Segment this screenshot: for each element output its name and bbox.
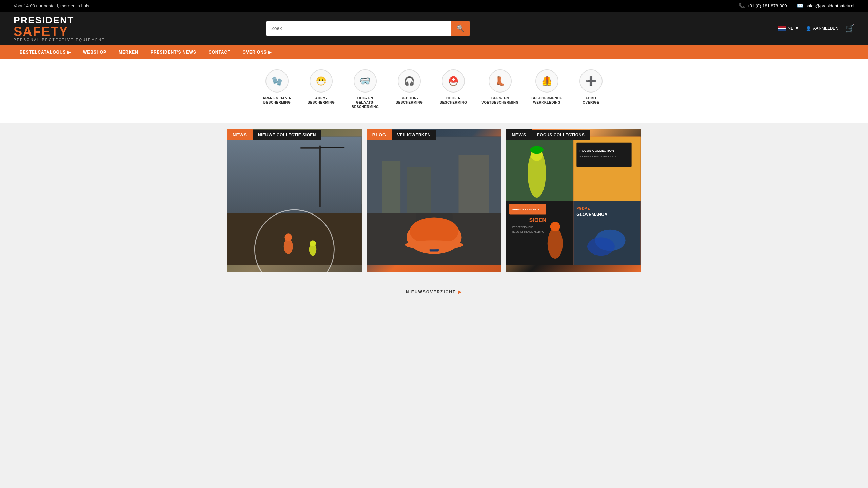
nav-item-bestelcatalogus[interactable]: BESTELCATALOGUS ▶ — [14, 45, 77, 59]
svg-rect-4 — [319, 146, 320, 207]
svg-text:BESCHERMENDE KLEDING: BESCHERMENDE KLEDING — [512, 230, 545, 233]
login-button[interactable]: 👤 AANMELDEN — [806, 26, 839, 31]
svg-point-24 — [405, 240, 463, 249]
hoofd-label: HOOFD-BESCHERMING — [440, 96, 467, 105]
news-card-helmet-image — [367, 129, 501, 272]
arm-hand-label: ARM- EN HAND-BESCHERMING — [263, 96, 291, 105]
news-overview-arrow: ▶ — [458, 290, 462, 294]
svg-point-29 — [530, 146, 544, 154]
ehbo-label: EHBOOVERIGE — [583, 96, 599, 105]
news-badge-1: NEWS — [227, 129, 253, 140]
news-grid: NEWS NIEUWE COLLECTIE SIOEN — [214, 123, 654, 282]
phone-icon: 📞 — [738, 3, 745, 9]
svg-rect-3 — [227, 213, 362, 265]
news-card-sioen-overlay: NEWS NIEUWE COLLECTIE SIOEN — [227, 129, 321, 140]
nl-flag — [778, 26, 786, 31]
header-right: NL ▼ 👤 AANMELDEN 🛒 — [778, 24, 854, 33]
email-address: sales@presidentsafety.nl — [806, 3, 854, 8]
svg-point-10 — [310, 240, 316, 246]
gehoor-icon: 🎧 — [398, 69, 421, 93]
cat-ehbo[interactable]: ➕ EHBOOVERIGE — [569, 66, 613, 113]
top-bar: Voor 14:00 uur besteld, morgen in huis 📞… — [0, 0, 868, 12]
logo: PRESIDENT SAFETY PERSONAL PROTECTIVE EQU… — [14, 15, 105, 42]
svg-text:SIOEN: SIOEN — [529, 217, 546, 223]
svg-text:PROFESSIONELE: PROFESSIONELE — [512, 226, 533, 229]
svg-text:PGDP▲: PGDP▲ — [577, 206, 591, 210]
header: PRESIDENT SAFETY PERSONAL PROTECTIVE EQU… — [0, 12, 868, 45]
lang-code: NL — [788, 26, 793, 31]
cart-icon: 🛒 — [845, 24, 854, 33]
ehbo-icon: ➕ — [579, 69, 603, 93]
svg-rect-5 — [300, 147, 321, 149]
nav-item-webshop[interactable]: WEBSHOP — [77, 45, 113, 59]
gehoor-label: GEHOOR-BESCHERMING — [396, 96, 423, 105]
been-voet-label: BEEN- ENVOETBESCHERMING — [481, 96, 519, 105]
adem-icon: 😷 — [310, 69, 333, 93]
werkkleding-label: BESCHERMENDEWERKKLEDING — [531, 96, 562, 105]
arm-hand-icon: 🧤 — [265, 69, 289, 93]
news-overview-label: NIEUWSOVERZICHT — [406, 290, 456, 294]
svg-point-8 — [284, 234, 292, 241]
delivery-message: Voor 14:00 uur besteld, morgen in huis — [14, 3, 89, 8]
news-title-3: FOCUS COLLECTIONS — [532, 130, 590, 140]
been-voet-icon: 👢 — [489, 69, 512, 93]
cat-adem[interactable]: 😷 ADEM-BESCHERMING — [299, 66, 343, 113]
news-badge-3: NEWS — [506, 129, 532, 140]
phone-link[interactable]: 📞 +31 (0) 181 878 000 — [738, 3, 787, 9]
werkkleding-icon: 🦺 — [535, 69, 558, 93]
oog-gelaats-icon: 🥽 — [354, 69, 377, 93]
cat-been-voet[interactable]: 👢 BEEN- ENVOETBESCHERMING — [475, 66, 525, 113]
contact-info: 📞 +31 (0) 181 878 000 ✉️ sales@president… — [738, 3, 854, 9]
phone-number: +31 (0) 181 878 000 — [747, 3, 787, 8]
news-card-focus[interactable]: FOCUS COLLECTION BY PRESIDENT SAFETY B.V… — [506, 129, 641, 272]
nav-item-over-ons[interactable]: OVER ONS ▶ — [237, 45, 278, 59]
svg-rect-6 — [320, 147, 344, 148]
oog-gelaats-label: OOG- ENGELAATS-BESCHERMING — [352, 96, 379, 109]
news-card-veiligwerken-overlay: BLOG VEILIGWERKEN — [367, 129, 436, 140]
person-icon: 👤 — [806, 26, 811, 31]
cat-gehoor[interactable]: 🎧 GEHOOR-BESCHERMING — [387, 66, 431, 113]
news-card-sioen[interactable]: NEWS NIEUWE COLLECTIE SIOEN — [227, 129, 362, 272]
svg-rect-17 — [458, 155, 489, 213]
news-badge-2: BLOG — [367, 129, 392, 140]
nav-item-contact[interactable]: CONTACT — [202, 45, 237, 59]
svg-text:GLOVEMANUA: GLOVEMANUA — [577, 212, 608, 217]
news-overview-section: NIEUWSOVERZICHT ▶ — [0, 282, 868, 308]
login-label: AANMELDEN — [813, 26, 839, 31]
cat-oog-gelaats[interactable]: 🥽 OOG- ENGELAATS-BESCHERMING — [343, 66, 387, 113]
logo-safety: SAFETY — [14, 26, 105, 37]
search-button[interactable]: 🔍 — [451, 21, 470, 36]
language-selector[interactable]: NL ▼ — [778, 26, 800, 31]
svg-point-46 — [587, 237, 615, 256]
categories-section: 🧤 ARM- EN HAND-BESCHERMING 😷 ADEM-BESCHE… — [0, 59, 868, 123]
main-nav: BESTELCATALOGUS ▶ WEBSHOP MERKEN PRESIDE… — [0, 45, 868, 59]
news-overview-link[interactable]: NIEUWSOVERZICHT ▶ — [406, 290, 462, 294]
cat-hoofd[interactable]: ⛑️ HOOFD-BESCHERMING — [431, 66, 475, 113]
hoofd-icon: ⛑️ — [442, 69, 465, 93]
svg-point-7 — [284, 239, 293, 254]
svg-point-41 — [550, 222, 560, 231]
news-card-catalog-image: FOCUS COLLECTION BY PRESIDENT SAFETY B.V… — [506, 129, 641, 272]
cart-button[interactable]: 🛒 — [845, 24, 854, 33]
search-input[interactable] — [266, 21, 451, 36]
svg-text:BY PRESIDENT SAFETY B.V.: BY PRESIDENT SAFETY B.V. — [580, 155, 617, 158]
chevron-down-icon: ▼ — [795, 26, 799, 31]
nav-item-merken[interactable]: MERKEN — [113, 45, 144, 59]
svg-rect-15 — [382, 161, 400, 213]
search-bar: 🔍 — [266, 21, 470, 36]
nav-item-presidents-news[interactable]: PRESIDENT'S NEWS — [144, 45, 202, 59]
cat-arm-hand[interactable]: 🧤 ARM- EN HAND-BESCHERMING — [255, 66, 299, 113]
news-title-1: NIEUWE COLLECTIE SIOEN — [253, 130, 321, 140]
adem-label: ADEM-BESCHERMING — [308, 96, 335, 105]
mail-icon: ✉️ — [797, 3, 804, 9]
news-card-veiligwerken[interactable]: BLOG VEILIGWERKEN — [367, 129, 501, 272]
svg-point-40 — [548, 228, 563, 259]
svg-text:PRESIDENT SAFETY: PRESIDENT SAFETY — [512, 208, 540, 211]
news-title-2: VEILIGWERKEN — [392, 130, 436, 140]
svg-text:FOCUS COLLECTION: FOCUS COLLECTION — [580, 149, 614, 152]
cat-werkkleding[interactable]: 🦺 BESCHERMENDEWERKKLEDING — [525, 66, 569, 113]
news-card-sioen-image — [227, 129, 362, 272]
svg-rect-16 — [407, 167, 431, 213]
email-link[interactable]: ✉️ sales@presidentsafety.nl — [797, 3, 854, 9]
logo-sub: PERSONAL PROTECTIVE EQUIPMENT — [14, 38, 105, 42]
